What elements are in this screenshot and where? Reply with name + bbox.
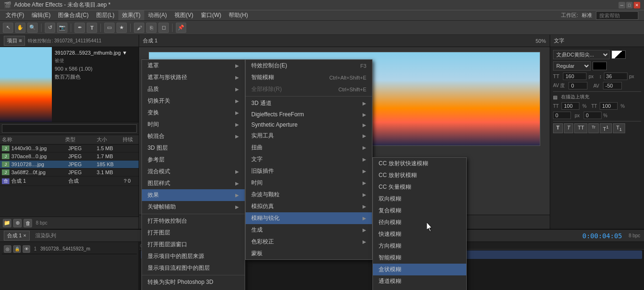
ctx-convert-ps3d[interactable]: 转换为实时 Photoshop 3D xyxy=(142,276,245,288)
ctx-mask[interactable]: 遮罩 ▶ xyxy=(142,60,245,72)
ctx-reveal-project[interactable]: 显示项目中的图层来源 xyxy=(142,250,245,262)
ctx-synthetic-aperture[interactable]: Synthetic Aperture ▶ xyxy=(246,120,372,130)
ctx-transform[interactable]: 变换 ▶ xyxy=(142,107,245,119)
project-tab[interactable]: 项目 ≡ xyxy=(4,36,25,46)
menu-help[interactable]: 帮助(H) xyxy=(225,10,252,20)
ctx-open-source[interactable]: 打开图层源窗口 xyxy=(142,239,245,250)
ctx-cc-radial-blur[interactable]: CC 放射状模糊 xyxy=(373,169,466,181)
ctx-bilateral-blur[interactable]: 双向模糊 xyxy=(373,193,466,205)
ctx-fast-blur[interactable]: 快速模糊 xyxy=(373,228,466,240)
ctx-simulation[interactable]: 模拟仿真 ▶ xyxy=(246,201,372,212)
leading-input[interactable] xyxy=(604,72,627,80)
ctx-cc-radial-fast-blur[interactable]: CC 放射状快速模糊 xyxy=(373,158,466,169)
small-caps-button[interactable]: Tr xyxy=(588,123,599,133)
scale-h-input[interactable] xyxy=(561,102,579,110)
stroke-color-swatch[interactable] xyxy=(593,62,607,70)
ctx-layer-styles[interactable]: 图层样式 ▶ xyxy=(142,177,245,189)
tool-select[interactable]: ↖ xyxy=(3,23,13,33)
ctx-noise-grain[interactable]: 杂波与颗粒 ▶ xyxy=(246,189,372,201)
ctx-blend-mode[interactable]: 混合模式 ▶ xyxy=(142,166,245,177)
list-item[interactable]: J 3a68ff2...0f.jpg JPEG 3.1 MB xyxy=(0,169,139,177)
menu-file[interactable]: 文件(F) xyxy=(2,10,28,20)
ctx-radial-blur[interactable]: 径向模糊 xyxy=(373,217,466,228)
delete-button[interactable]: 🗑 xyxy=(24,219,32,227)
ctx-box-blur[interactable]: 盒状模糊 xyxy=(373,264,466,275)
ctx-blur-sharpen[interactable]: 模糊与锐化 ▶ xyxy=(246,212,372,224)
ctx-smart-blur-sub[interactable]: 智能模糊 xyxy=(373,252,466,264)
ctx-3d-layer[interactable]: 3D 图层 xyxy=(142,142,245,154)
composition-tab-timeline[interactable]: 合成 1 × xyxy=(4,231,30,241)
ctx-time[interactable]: 时间 ▶ xyxy=(142,119,245,130)
menu-view[interactable]: 视图(V) xyxy=(171,10,197,20)
list-item[interactable]: J 3910728....jpg JPEG 185 KB xyxy=(0,161,139,169)
ctx-distort[interactable]: 扭曲 ▶ xyxy=(246,142,372,153)
baseline-input[interactable] xyxy=(553,112,571,119)
shy-button[interactable]: 👁 xyxy=(23,245,30,253)
tool-shape-rect[interactable]: ▭ xyxy=(104,23,115,33)
render-queue-tab[interactable]: 渲染队列 xyxy=(33,231,59,240)
ctx-smart-blur[interactable]: 智能模糊 Ctrl+Alt+Shift+E xyxy=(246,72,372,83)
maximize-button[interactable]: □ xyxy=(626,2,633,8)
ctx-compound-blur[interactable]: 复合模糊 xyxy=(373,205,466,217)
file-search-input[interactable] xyxy=(2,124,137,133)
new-composition-button[interactable]: ⊕ xyxy=(13,219,22,227)
ctx-color-correct-effects[interactable]: 色彩校正 ▶ xyxy=(246,236,372,248)
font-size-input[interactable] xyxy=(563,72,586,80)
tool-eraser[interactable]: ◻ xyxy=(158,23,169,33)
ctx-obsolete[interactable]: 旧版插件 ▶ xyxy=(246,165,372,177)
list-item[interactable]: J 370ace8...0.jpg JPEG 1.7 MB xyxy=(0,153,139,161)
tool-zoom[interactable]: 🔍 xyxy=(27,23,38,33)
close-button[interactable]: ✕ xyxy=(634,2,640,8)
ctx-text-effects[interactable]: 文字 ▶ xyxy=(246,153,372,165)
subscript-button[interactable]: T1 xyxy=(613,123,625,133)
menu-window[interactable]: 窗口(W) xyxy=(197,10,225,20)
ctx-directional-blur[interactable]: 方向模糊 xyxy=(373,240,466,252)
tool-brush[interactable]: 🖌 xyxy=(134,23,144,33)
ctx-switch[interactable]: 切换开关 ▶ xyxy=(142,95,245,107)
tool-hand[interactable]: ✋ xyxy=(15,23,25,33)
ctx-guide-layer[interactable]: 参考层 xyxy=(142,154,245,166)
menu-edit[interactable]: 编辑(E) xyxy=(28,10,54,20)
tool-text[interactable]: T xyxy=(87,23,97,33)
superscript-button[interactable]: T1 xyxy=(600,123,612,133)
ctx-convert-text[interactable]: 转换为可编辑文字 xyxy=(142,288,245,290)
ctx-digieffects[interactable]: Digieffects FreeForm ▶ xyxy=(246,109,372,120)
ctx-sharpen[interactable]: 锐化 xyxy=(373,287,466,290)
composition-tab[interactable]: 合成 1 xyxy=(143,37,157,44)
list-item[interactable]: 合 合成 1 合成 ？0 xyxy=(0,177,139,186)
tool-pen[interactable]: ✒ xyxy=(74,23,85,33)
caps-button[interactable]: TT xyxy=(574,123,587,133)
menu-animation[interactable]: 动画(A) xyxy=(144,10,171,20)
solo-button[interactable]: ◎ xyxy=(4,245,11,253)
ctx-keyframe-assist[interactable]: 关键帧辅助 ▶ xyxy=(142,201,245,213)
menu-layer[interactable]: 图层(L) xyxy=(92,10,118,20)
ctx-frame-blend[interactable]: 帧混合 ▶ xyxy=(142,130,245,142)
ctx-time-effects[interactable]: 时间 ▶ xyxy=(246,177,372,189)
new-folder-button[interactable]: 📁 xyxy=(3,219,11,227)
ctx-matte-effects[interactable]: 蒙板 xyxy=(246,248,372,259)
tool-camera[interactable]: 📷 xyxy=(57,23,67,33)
ctx-effect-control[interactable]: 特效控制台(E) F3 xyxy=(246,60,372,72)
ctx-mask-shape[interactable]: 遮罩与形状路径 ▶ xyxy=(142,72,245,83)
search-input[interactable] xyxy=(596,11,638,20)
font-select[interactable]: 文鼎DC黄阳尖... xyxy=(553,50,610,59)
ctx-channel-blur[interactable]: 通道模糊 xyxy=(373,275,466,287)
skew-input[interactable] xyxy=(584,112,602,119)
tracking-input[interactable] xyxy=(603,82,622,89)
tool-clone[interactable]: ⎘ xyxy=(146,23,157,33)
minimize-button[interactable]: ─ xyxy=(619,2,625,8)
font-style-select[interactable]: Regular xyxy=(553,61,591,71)
menu-effects[interactable]: 效果(T) xyxy=(118,10,144,20)
menu-composition[interactable]: 图像合成(C) xyxy=(54,10,92,20)
ctx-cc-vector-blur[interactable]: CC 矢量模糊 xyxy=(373,181,466,193)
ctx-quality[interactable]: 品质 ▶ xyxy=(142,83,245,95)
bold-button[interactable]: T xyxy=(553,123,563,133)
color-swatch[interactable] xyxy=(611,50,626,59)
lock-button[interactable]: 🔒 xyxy=(13,245,21,253)
tool-rotate[interactable]: ↺ xyxy=(45,23,55,33)
ctx-3d-channel[interactable]: 3D 通道 ▶ xyxy=(246,97,372,109)
italic-button[interactable]: T xyxy=(564,123,574,133)
ctx-open-layer[interactable]: 打开图层 xyxy=(142,227,245,239)
tool-puppet[interactable]: 📌 xyxy=(176,23,186,33)
list-item[interactable]: J 1440x90...9.jpg JPEG 1.5 MB xyxy=(0,145,139,153)
